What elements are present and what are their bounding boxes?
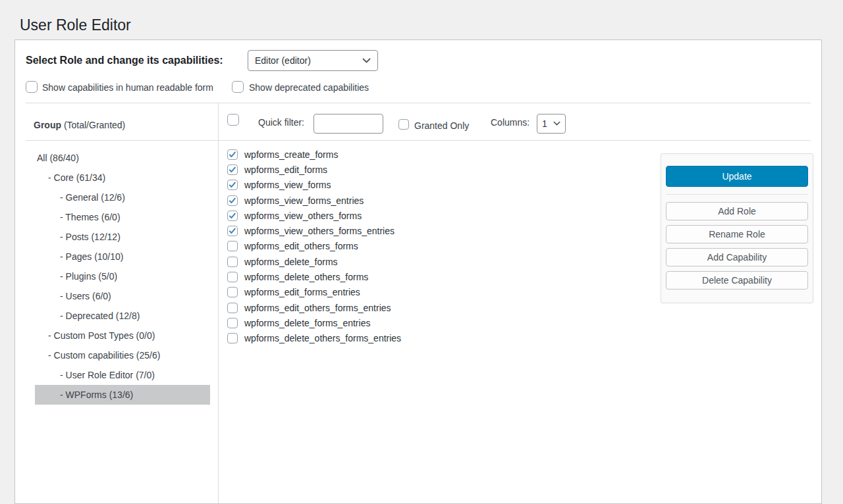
group-column-header: Group (Total/Granted) <box>34 120 125 130</box>
group-tree-item[interactable]: - Deprecated (12/8) <box>34 306 210 326</box>
group-tree-item[interactable]: - Custom capabilities (25/6) <box>34 345 210 365</box>
capability-checkbox[interactable] <box>227 303 238 313</box>
group-header-rest: (Total/Granted) <box>61 120 125 130</box>
add-capability-button[interactable]: Add Capability <box>666 248 808 266</box>
group-tree-item[interactable]: - General (12/6) <box>34 188 210 207</box>
capability-checkbox[interactable] <box>227 211 238 221</box>
group-tree-item[interactable]: - Custom Post Types (0/0) <box>34 326 210 345</box>
divider <box>26 103 811 103</box>
capability-row: wpforms_delete_forms_entries <box>227 315 401 330</box>
group-tree-item[interactable]: - Plugins (5/0) <box>34 266 210 286</box>
chevron-down-icon <box>362 58 371 64</box>
columns-label: Columns: <box>491 117 530 128</box>
capability-checkbox[interactable] <box>227 195 238 206</box>
capability-name: wpforms_delete_others_forms_entries <box>244 333 401 343</box>
human-readable-checkbox[interactable] <box>26 81 38 93</box>
capability-row: wpforms_view_others_forms_entries <box>227 223 401 238</box>
quick-filter-input[interactable] <box>313 114 383 134</box>
columns-select[interactable]: 1 <box>537 114 566 134</box>
capability-name: wpforms_view_forms_entries <box>244 195 364 206</box>
capability-row: wpforms_delete_forms <box>227 254 401 269</box>
group-tree-item[interactable]: - User Role Editor (7/0) <box>34 365 210 385</box>
group-tree-item[interactable]: - Pages (10/10) <box>34 247 210 266</box>
capability-row: wpforms_view_forms <box>227 178 401 193</box>
update-button[interactable]: Update <box>666 166 808 187</box>
add-role-button[interactable]: Add Role <box>666 202 808 220</box>
capability-name: wpforms_view_forms <box>244 180 331 190</box>
capability-checkbox[interactable] <box>227 241 238 251</box>
capability-name: wpforms_edit_forms_entries <box>244 287 360 297</box>
human-readable-label: Show capabilities in human readable form <box>42 82 213 93</box>
columns-select-value: 1 <box>542 118 547 129</box>
group-tree-item[interactable]: - Users (6/0) <box>34 286 210 306</box>
capability-row: wpforms_view_forms_entries <box>227 193 401 208</box>
role-selector-label: Select Role and change its capabilities: <box>26 50 223 71</box>
group-header-bold: Group <box>34 120 61 130</box>
capability-checkbox[interactable] <box>227 333 238 343</box>
capability-row: wpforms_edit_others_forms_entries <box>227 300 401 315</box>
capability-row: wpforms_edit_others_forms <box>227 239 401 254</box>
group-tree-item[interactable]: - Posts (12/12) <box>34 227 210 247</box>
capability-name: wpforms_delete_others_forms <box>244 272 368 282</box>
rename-role-button[interactable]: Rename Role <box>666 225 808 243</box>
user-role-editor-panel: Select Role and change its capabilities:… <box>14 39 822 504</box>
capability-name: wpforms_view_others_forms <box>244 211 362 221</box>
capability-checkbox[interactable] <box>227 257 238 267</box>
group-tree-item[interactable]: - Themes (6/0) <box>34 207 210 227</box>
capability-row: wpforms_view_others_forms <box>227 208 401 223</box>
group-tree-item[interactable]: - WPForms (13/6) <box>35 385 210 405</box>
delete-capability-button[interactable]: Delete Capability <box>666 271 808 290</box>
capability-name: wpforms_delete_forms <box>244 257 338 267</box>
group-tree: All (86/40)- Core (61/34)- General (12/6… <box>34 148 213 405</box>
group-tree-item[interactable]: All (86/40) <box>34 148 210 168</box>
quick-filter-label: Quick filter: <box>258 117 304 128</box>
capability-checkbox[interactable] <box>227 287 238 297</box>
capability-name: wpforms_edit_others_forms_entries <box>244 303 391 313</box>
granted-only-label: Granted Only <box>414 120 469 131</box>
capabilities-list: wpforms_create_formswpforms_edit_formswp… <box>227 147 401 346</box>
page-title: User Role Editor <box>20 16 131 36</box>
role-select[interactable]: Editor (editor) <box>248 50 378 71</box>
capability-checkbox[interactable] <box>227 318 238 328</box>
capability-checkbox[interactable] <box>227 226 238 236</box>
capability-checkbox[interactable] <box>227 180 238 190</box>
role-select-value: Editor (editor) <box>255 55 311 66</box>
divider <box>26 140 811 141</box>
capability-name: wpforms_view_others_forms_entries <box>244 226 394 236</box>
select-all-checkbox[interactable] <box>227 114 239 126</box>
capability-row: wpforms_edit_forms <box>227 162 401 177</box>
granted-only-checkbox[interactable] <box>398 119 409 130</box>
capability-name: wpforms_edit_others_forms <box>244 241 358 251</box>
capability-checkbox[interactable] <box>227 149 238 160</box>
group-tree-item[interactable]: - Core (61/34) <box>34 168 210 188</box>
capability-checkbox[interactable] <box>227 164 238 175</box>
chevron-down-icon <box>553 121 560 126</box>
deprecated-checkbox[interactable] <box>232 81 244 93</box>
divider <box>666 194 808 195</box>
capability-row: wpforms_create_forms <box>227 147 401 162</box>
deprecated-label: Show deprecated capabilities <box>249 82 369 93</box>
capability-checkbox[interactable] <box>227 272 238 282</box>
capability-row: wpforms_delete_others_forms_entries <box>227 331 401 346</box>
capability-row: wpforms_edit_forms_entries <box>227 285 401 300</box>
capability-row: wpforms_delete_others_forms <box>227 269 401 284</box>
column-divider <box>218 103 219 503</box>
capability-name: wpforms_create_forms <box>244 149 338 160</box>
capability-name: wpforms_edit_forms <box>244 164 327 175</box>
capability-name: wpforms_delete_forms_entries <box>244 318 370 328</box>
actions-panel: Update Add Role Rename Role Add Capabili… <box>661 153 813 303</box>
